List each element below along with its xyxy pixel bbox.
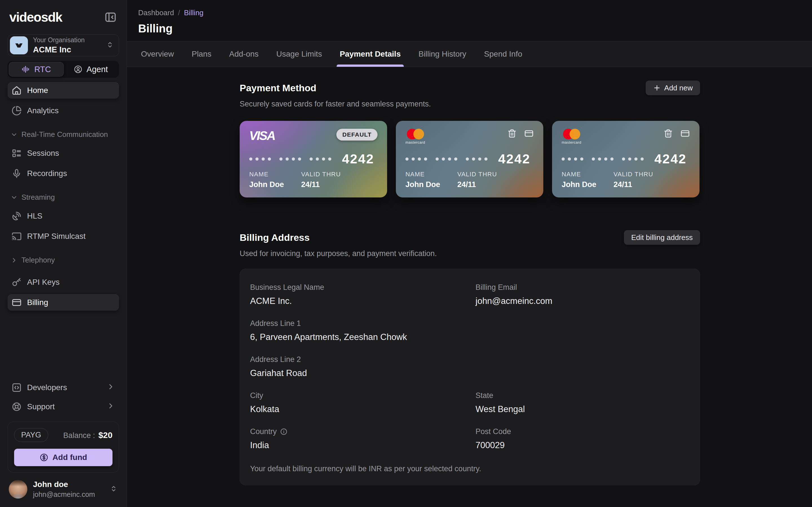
chevrons-up-down-icon xyxy=(106,41,114,50)
tab-add-ons[interactable]: Add-ons xyxy=(229,41,259,67)
tab-overview[interactable]: Overview xyxy=(141,41,174,67)
sidebar-item-label: HLS xyxy=(27,212,42,221)
billing-address-subtitle: Used for invoicing, tax purposes, and pa… xyxy=(240,249,700,258)
sidebar-item-rtmp-simulcast[interactable]: RTMP Simulcast xyxy=(8,228,119,244)
tab-spend-info[interactable]: Spend Info xyxy=(484,41,522,67)
sidebar-item-label: Developers xyxy=(27,383,67,392)
sidebar-item-label: API Keys xyxy=(27,278,59,287)
payg-balance-card: PAYG Balance : $20 Add fund xyxy=(8,421,119,473)
sidebar-item-recordings[interactable]: Recordings xyxy=(8,165,119,182)
chevron-down-icon xyxy=(10,131,18,138)
field-state: State West Bengal xyxy=(476,391,690,414)
user-name: John doe xyxy=(33,480,104,489)
section-label: Streaming xyxy=(21,193,55,202)
section-label: Telephony xyxy=(21,256,55,265)
set-default-card-icon[interactable] xyxy=(680,129,690,138)
sidebar-collapse-icon xyxy=(104,11,117,23)
org-avatar xyxy=(10,36,28,54)
balance-value: $20 xyxy=(98,431,112,440)
app-logo: videosdk xyxy=(9,10,62,25)
satellite-dish-icon xyxy=(11,211,22,221)
field-business-legal-name: Business Legal Name ACME Inc. xyxy=(250,283,464,306)
breadcrumb-billing[interactable]: Billing xyxy=(184,8,203,17)
card-number: 4242 xyxy=(405,151,534,166)
payg-badge: PAYG xyxy=(14,428,48,442)
chevron-right-icon xyxy=(107,383,115,393)
sidebar-item-analytics[interactable]: Analytics xyxy=(8,103,119,119)
user-menu[interactable]: John doe john@acmeinc.com xyxy=(8,480,119,499)
breadcrumb: Dashboard / Billing xyxy=(138,8,812,17)
sidebar-item-sessions[interactable]: Sessions xyxy=(8,145,119,161)
field-country: Country India xyxy=(250,427,464,450)
sidebar-item-developers[interactable]: Developers xyxy=(8,379,119,396)
card-valid-label: VALID THRU xyxy=(301,171,341,178)
mode-agent-label: Agent xyxy=(87,65,108,74)
visa-logo: VISA xyxy=(249,129,275,143)
sidebar-item-api-keys[interactable]: API Keys xyxy=(8,274,119,290)
mode-toggle: RTC Agent xyxy=(8,61,119,78)
section-real-time-communication[interactable]: Real-Time Communication xyxy=(8,130,119,139)
code-square-icon xyxy=(11,383,22,393)
mode-agent[interactable]: Agent xyxy=(64,62,118,76)
section-streaming[interactable]: Streaming xyxy=(8,193,119,202)
main-area: Dashboard / Billing Billing Overview Pla… xyxy=(127,0,812,507)
field-city: City Kolkata xyxy=(250,391,464,414)
videosdk-mark-icon xyxy=(14,41,24,50)
microphone-icon xyxy=(11,168,22,179)
delete-card-icon[interactable] xyxy=(663,129,673,138)
key-icon xyxy=(11,277,22,287)
sidebar-item-support[interactable]: Support xyxy=(8,399,119,415)
credit-card-icon xyxy=(11,297,22,307)
billing-tabs: Overview Plans Add-ons Usage Limits Paym… xyxy=(127,41,812,67)
edit-billing-address-button[interactable]: Edit billing address xyxy=(624,230,700,245)
saved-card-mastercard-2: mastercard xyxy=(552,121,700,198)
field-address-line-1: Address Line 1 6, Parveen Apartments, Ze… xyxy=(250,319,690,342)
sidebar-item-home[interactable]: Home xyxy=(8,82,119,99)
mode-rtc[interactable]: RTC xyxy=(9,62,64,76)
delete-card-icon[interactable] xyxy=(507,129,517,138)
org-label: Your Organisation xyxy=(33,36,101,44)
sidebar-item-label: Recordings xyxy=(27,169,67,178)
chevron-down-icon xyxy=(10,194,18,201)
layout-list-icon xyxy=(11,148,22,158)
billing-address-title: Billing Address xyxy=(240,232,310,243)
add-new-card-button[interactable]: Add new xyxy=(646,80,700,95)
saved-card-visa: VISA DEFAULT 4242 NAME John Doe xyxy=(240,121,387,198)
add-fund-button[interactable]: Add fund xyxy=(14,449,112,466)
info-icon[interactable] xyxy=(280,428,288,436)
card-name-label: NAME xyxy=(249,171,289,178)
chevron-right-icon xyxy=(10,257,18,264)
sidebar-collapse-button[interactable] xyxy=(104,10,117,24)
page-header: Dashboard / Billing Billing xyxy=(127,0,812,41)
default-badge: DEFAULT xyxy=(336,129,377,140)
tab-billing-history[interactable]: Billing History xyxy=(418,41,466,67)
field-address-line-2: Address Line 2 Gariahat Road xyxy=(250,355,690,378)
plus-icon xyxy=(653,84,661,92)
avatar xyxy=(9,480,28,499)
tab-payment-details[interactable]: Payment Details xyxy=(340,41,401,67)
section-telephony[interactable]: Telephony xyxy=(8,256,119,265)
sidebar-item-hls[interactable]: HLS xyxy=(8,208,119,224)
org-selector[interactable]: Your Organisation ACME Inc xyxy=(8,34,119,56)
payment-details-content: Payment Method Add new Securely saved ca… xyxy=(127,67,812,485)
add-new-label: Add new xyxy=(664,83,693,93)
breadcrumb-dashboard[interactable]: Dashboard xyxy=(138,8,174,17)
sidebar-item-billing[interactable]: Billing xyxy=(8,294,119,311)
card-holder-name: John Doe xyxy=(562,180,601,189)
sidebar-item-label: RTMP Simulcast xyxy=(27,232,86,241)
sidebar-item-label: Support xyxy=(27,402,55,411)
audio-waveform-icon xyxy=(21,65,31,74)
card-holder-name: John Doe xyxy=(405,180,445,189)
tab-plans[interactable]: Plans xyxy=(192,41,211,67)
card-number: 4242 xyxy=(562,151,690,166)
tab-usage-limits[interactable]: Usage Limits xyxy=(276,41,322,67)
set-default-card-icon[interactable] xyxy=(524,129,534,138)
sidebar-item-label: Analytics xyxy=(27,106,59,115)
mode-rtc-label: RTC xyxy=(35,65,51,74)
sidebar: videosdk Your Organisation ACME Inc xyxy=(0,0,127,507)
card-valid-label: VALID THRU xyxy=(457,171,497,178)
org-name: ACME Inc xyxy=(33,45,101,54)
card-valid-label: VALID THRU xyxy=(613,171,653,178)
pie-chart-icon xyxy=(11,106,22,116)
life-buoy-icon xyxy=(11,402,22,412)
